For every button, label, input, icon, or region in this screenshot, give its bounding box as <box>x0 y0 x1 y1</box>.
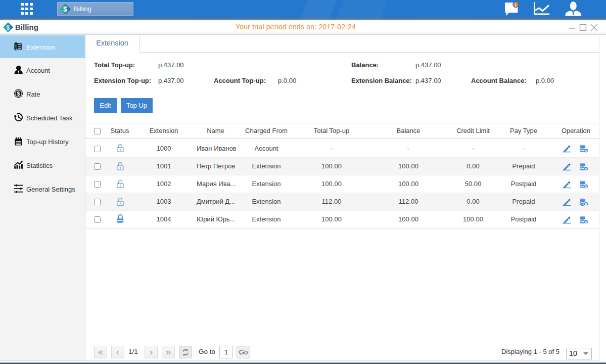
svg-text:$: $ <box>17 90 20 97</box>
svg-text:!: ! <box>515 2 517 8</box>
svg-text:$: $ <box>63 5 67 13</box>
svg-text:$: $ <box>7 24 10 31</box>
